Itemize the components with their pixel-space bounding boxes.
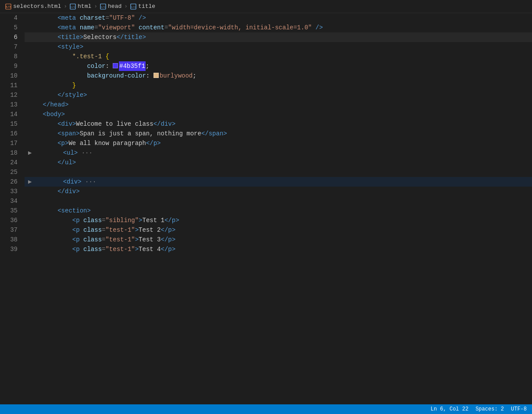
line-num-26: 26 — [7, 177, 18, 187]
line-num-39: 39 — [7, 244, 18, 254]
code-line-33: </div> — [25, 187, 532, 196]
line-numbers: 4 5 6 7 8 9 10 11 12 13 14 15 16 17 18 2… — [0, 13, 25, 404]
title-icon: </> — [130, 4, 136, 10]
code-line-18: ▶ <ul> ··· — [25, 148, 532, 158]
code-line-16: <span>Span is just a span, nothing more<… — [25, 129, 532, 138]
line-num-14: 14 — [7, 110, 18, 119]
breadcrumb-sep-3: › — [124, 3, 128, 10]
svg-text:</>: </> — [6, 5, 11, 9]
code-line-8: *.test-1 { — [25, 52, 532, 61]
svg-text:</>: </> — [131, 6, 136, 9]
breadcrumb-head[interactable]: head — [108, 3, 121, 10]
code-line-11: } — [25, 81, 532, 90]
line-num-11: 11 — [7, 81, 18, 90]
fold-arrow-18[interactable]: ▶ — [28, 148, 32, 158]
code-line-38: <p class="test-1">Test 3</p> — [25, 235, 532, 244]
line-num-10: 10 — [7, 71, 18, 81]
breadcrumb-html[interactable]: html — [78, 3, 91, 10]
line-num-18: 18 — [7, 148, 18, 158]
line-num-5: 5 — [7, 23, 18, 32]
line-num-35: 35 — [7, 206, 18, 216]
code-line-36: <p class="sibling">Test 1</p> — [25, 216, 532, 225]
line-num-17: 17 — [7, 138, 18, 148]
breadcrumb-title[interactable]: title — [138, 3, 155, 10]
code-line-26: ▶ <div> ··· — [25, 177, 532, 187]
breadcrumb-file[interactable]: selectors.html — [13, 3, 61, 10]
head-icon: </> — [100, 4, 106, 10]
code-line-10: background-color: burlywood; — [25, 71, 532, 81]
line-num-38: 38 — [7, 235, 18, 244]
code-line-13: </head> — [25, 100, 532, 110]
line-num-36: 36 — [7, 216, 18, 225]
breadcrumb-sep-2: › — [94, 3, 97, 10]
editor: 4 5 6 7 8 9 10 11 12 13 14 15 16 17 18 2… — [0, 13, 532, 404]
fold-arrow-26[interactable]: ▶ — [28, 177, 32, 187]
color-swatch-burlywood[interactable] — [154, 73, 159, 78]
code-line-24: </ul> — [25, 158, 532, 167]
line-num-9: 9 — [7, 61, 18, 71]
line-num-4: 4 — [7, 13, 18, 23]
code-line-9: color: #4b35f1; — [25, 61, 532, 71]
status-ln-col[interactable]: Ln 6, Col 22 — [431, 406, 468, 412]
code-line-4: <meta charset="UTF-8" /> — [25, 13, 532, 23]
line-num-25: 25 — [7, 167, 18, 177]
code-line-14: <body> — [25, 110, 532, 119]
code-line-17: <p>We all know paragraph</p> — [25, 138, 532, 148]
line-num-7: 7 — [7, 42, 18, 52]
breadcrumb-sep-1: › — [64, 3, 67, 10]
line-num-12: 12 — [7, 90, 18, 100]
code-line-5: <meta name="viewport" content="width=dev… — [25, 23, 532, 32]
status-bar: Ln 6, Col 22 Spaces: 2 UTF-8 — [0, 404, 532, 414]
code-line-7: <style> — [25, 42, 532, 52]
code-line-39: <p class="test-1">Test 4</p> — [25, 244, 532, 254]
code-area: 4 5 6 7 8 9 10 11 12 13 14 15 16 17 18 2… — [0, 13, 532, 404]
code-line-37: <p class="test-1">Test 2</p> — [25, 225, 532, 235]
code-line-15: <div>Welcome to live class</div> — [25, 119, 532, 129]
line-num-34: 34 — [7, 196, 18, 206]
breadcrumb: </> selectors.html › </> html › </> head… — [0, 0, 532, 13]
code-line-34 — [25, 196, 532, 206]
html-icon: </> — [70, 4, 76, 10]
status-spaces[interactable]: Spaces: 2 — [475, 406, 504, 412]
color-swatch-hex[interactable] — [113, 63, 118, 68]
code-line-25 — [25, 167, 532, 177]
code-line-6: <title>Selectors</title> — [25, 32, 532, 42]
code-content[interactable]: <meta charset="UTF-8" /> <meta name="vie… — [25, 13, 532, 404]
line-num-16: 16 — [7, 129, 18, 138]
code-line-12: </style> — [25, 90, 532, 100]
file-icon: </> — [5, 4, 11, 10]
svg-text:</>: </> — [101, 6, 106, 9]
svg-text:</>: </> — [71, 6, 75, 9]
line-num-8: 8 — [7, 52, 18, 61]
line-num-37: 37 — [7, 225, 18, 235]
code-line-35: <section> — [25, 206, 532, 216]
line-num-6: 6 — [7, 32, 18, 42]
line-num-24: 24 — [7, 158, 18, 167]
hex-value: #4b35f1 — [119, 61, 146, 71]
line-num-13: 13 — [7, 100, 18, 110]
status-encoding[interactable]: UTF-8 — [511, 406, 527, 412]
line-num-15: 15 — [7, 119, 18, 129]
line-num-33: 33 — [7, 187, 18, 196]
